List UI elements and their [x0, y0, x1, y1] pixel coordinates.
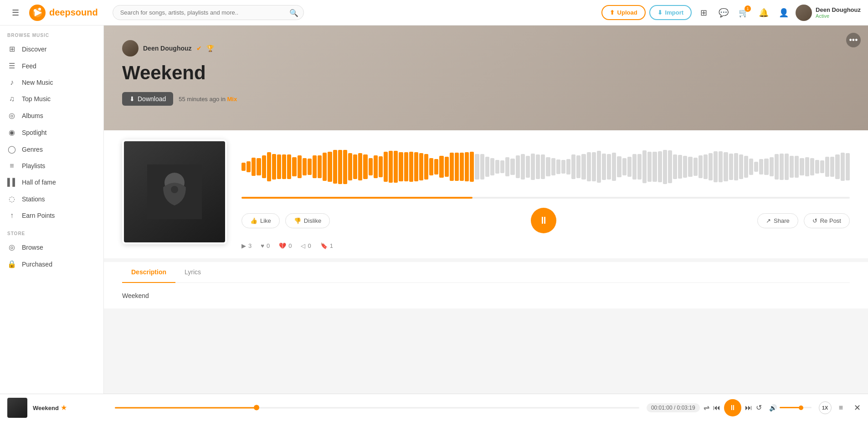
feed-icon: ☰: [7, 62, 16, 70]
sidebar-item-playlists[interactable]: ≡ Playlists: [0, 158, 103, 174]
share-count-icon: ◁: [301, 242, 305, 249]
sidebar-item-stations[interactable]: ◌ Stations: [0, 190, 103, 207]
repost-button[interactable]: ↺ Re Post: [804, 213, 850, 228]
notification-button[interactable]: 🔔: [755, 5, 772, 21]
sidebar-item-spotlight[interactable]: ◉ Spotlight: [0, 124, 103, 141]
logo[interactable]: deepsound: [29, 5, 98, 21]
svg-point-3: [38, 8, 41, 10]
bp-track-name-row: Weekend ★: [33, 403, 67, 412]
sidebar-item-top-music[interactable]: ♫ Top Music: [0, 91, 103, 107]
search-icon[interactable]: 🔍: [289, 8, 298, 17]
sidebar-item-hall-of-fame[interactable]: ▌▌ Hall of fame: [0, 174, 103, 190]
search-bar: 🔍: [113, 5, 304, 20]
earn-points-icon: ↑: [7, 211, 16, 220]
tab-lyrics[interactable]: Lyrics: [175, 262, 210, 283]
cart-badge: 1: [745, 5, 751, 12]
new-music-icon: ♪: [7, 78, 16, 87]
bottom-player: Weekend ★ 00:01:00 / 0:03:19 ⇌ ⏮ ⏸ ⏭ ↺ 🔊…: [0, 394, 868, 421]
bp-time-display: 00:01:00 / 0:03:19: [647, 403, 700, 412]
albums-icon: ◎: [7, 111, 16, 120]
tab-description[interactable]: Description: [122, 262, 175, 283]
download-button[interactable]: ⬇ Download: [122, 92, 173, 106]
spotlight-icon: ◉: [7, 128, 16, 137]
top-music-icon: ♫: [7, 95, 16, 103]
cart-button[interactable]: 🛒 1: [735, 5, 752, 21]
pause-button[interactable]: ⏸: [531, 208, 556, 233]
browse-icon: ◎: [7, 243, 16, 252]
user-name: Deen Doughouz: [816, 6, 861, 13]
description-section: Description Lyrics Weekend: [104, 262, 868, 308]
sidebar-label-discover: Discover: [22, 46, 46, 53]
progress-fill: [241, 197, 473, 199]
tab-bar: Description Lyrics: [122, 262, 850, 283]
upload-icon: ⬆: [610, 9, 615, 16]
bp-speed-button[interactable]: 1X: [819, 401, 832, 414]
waveform-container[interactable]: [241, 149, 850, 185]
chat-button[interactable]: 💬: [715, 5, 732, 21]
bp-volume-dot[interactable]: [799, 406, 803, 410]
sidebar-label-top-music: Top Music: [22, 95, 51, 103]
upload-button[interactable]: ⬆ Upload: [601, 5, 646, 20]
bp-close-button[interactable]: ✕: [854, 403, 861, 413]
dislike-label: Dislike: [304, 217, 321, 224]
play-count: ▶ 3: [241, 242, 252, 249]
bp-volume-track[interactable]: [780, 407, 812, 408]
bookmark-count: 🔖 1: [320, 242, 333, 249]
sidebar-label-new-music: New Music: [22, 79, 53, 86]
share-count: ◁ 0: [301, 242, 311, 249]
description-content: Weekend: [122, 283, 850, 308]
prev-button[interactable]: ⏮: [713, 404, 720, 412]
import-label: Import: [665, 9, 683, 16]
sidebar-item-genres[interactable]: ◯ Genres: [0, 141, 103, 158]
user-profile[interactable]: Deen Doughouz Active: [796, 5, 861, 21]
sidebar-label-feed: Feed: [22, 62, 36, 70]
next-button[interactable]: ⏭: [745, 404, 752, 412]
more-options-button[interactable]: •••: [846, 33, 861, 47]
track-artist-row: Deen Doughouz ✔ 🏆: [122, 40, 850, 56]
sidebar-item-new-music[interactable]: ♪ New Music: [0, 74, 103, 91]
sidebar-item-albums[interactable]: ◎ Albums: [0, 107, 103, 124]
purchased-icon: 🔒: [7, 260, 16, 268]
playlists-icon: ≡: [7, 162, 16, 170]
share-button[interactable]: ↗ Share: [757, 213, 798, 228]
avatar: [796, 5, 812, 21]
grid-view-button[interactable]: ⊞: [695, 5, 712, 21]
time-link[interactable]: Mix: [227, 96, 237, 103]
like-button[interactable]: 👍 Like: [241, 213, 280, 228]
bp-progress-dot[interactable]: [254, 405, 259, 411]
sidebar-item-purchased[interactable]: 🔒 Purchased: [0, 256, 103, 272]
sidebar-item-feed[interactable]: ☰ Feed: [0, 57, 103, 74]
download-icon: ⬇: [129, 95, 135, 103]
hamburger-button[interactable]: ☰: [7, 5, 24, 21]
sidebar-label-purchased: Purchased: [22, 261, 52, 268]
bp-thumbnail: [7, 398, 27, 418]
sidebar-item-browse[interactable]: ◎ Browse: [0, 239, 103, 256]
artist-name: Deen Doughouz: [143, 45, 192, 52]
dislike-button[interactable]: 👎 Dislike: [285, 213, 330, 228]
dislike-count: 💔 0: [279, 242, 292, 249]
person-button[interactable]: 👤: [776, 5, 792, 21]
import-button[interactable]: ⬇ Import: [649, 5, 692, 20]
progress-bar[interactable]: [241, 197, 850, 199]
sidebar-label-stations: Stations: [22, 195, 45, 203]
sidebar-label-albums: Albums: [22, 112, 43, 119]
search-input[interactable]: [113, 5, 304, 20]
sidebar-item-discover[interactable]: ⊞ Discover: [0, 41, 103, 57]
bp-star-icon: ★: [61, 404, 67, 411]
shuffle-button[interactable]: ⇌: [704, 403, 709, 412]
repeat-button[interactable]: ↺: [756, 403, 762, 412]
logo-icon: [29, 5, 46, 21]
logo-text: deepsound: [49, 7, 98, 18]
play-count-value: 3: [248, 242, 252, 249]
main-layout: BROWSE MUSIC ⊞ Discover ☰ Feed ♪ New Mus…: [0, 26, 868, 394]
track-hero: Deen Doughouz ✔ 🏆 Weekend ⬇ Download 55 …: [104, 26, 868, 130]
bp-progress-track: [115, 407, 639, 408]
sidebar-label-hall-of-fame: Hall of fame: [22, 179, 56, 186]
sidebar-item-earn-points[interactable]: ↑ Earn Points: [0, 207, 103, 224]
bp-queue-button[interactable]: ≡: [839, 404, 843, 412]
time-ago-text: 55 minutes ago in: [179, 96, 226, 103]
bp-pause-button[interactable]: ⏸: [724, 399, 741, 416]
import-icon: ⬇: [657, 9, 663, 16]
track-player-right: 👍 Like 👎 Dislike ⏸ ↗: [241, 139, 850, 249]
bookmark-icon: 🔖: [320, 242, 328, 249]
